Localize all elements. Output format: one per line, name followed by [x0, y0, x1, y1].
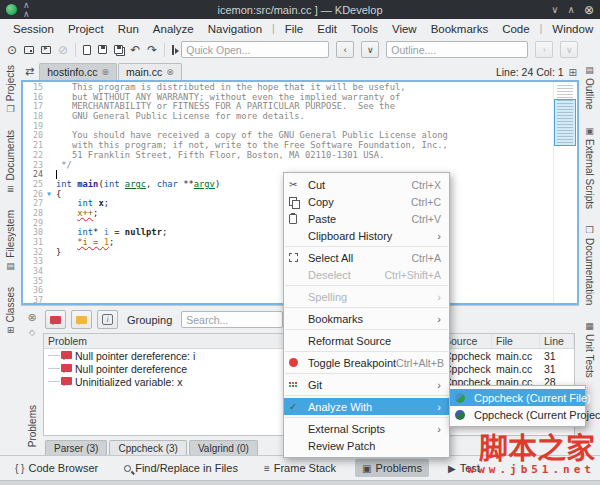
minimap-scrollbar[interactable]	[553, 82, 577, 303]
menu-tools[interactable]: Tools	[344, 23, 385, 35]
filter-hints-button[interactable]: i	[97, 310, 118, 329]
menu-view[interactable]: View	[385, 23, 424, 35]
sidebar-item-projects[interactable]: Projects❒	[5, 65, 16, 114]
menu-item-select-all[interactable]: Select AllCtrl+A	[284, 249, 449, 266]
tab-close-icon[interactable]: ⊗	[166, 67, 174, 77]
menu-separator	[285, 351, 448, 352]
statusbar-button-test[interactable]: ▶Test	[441, 459, 487, 477]
redo-icon[interactable]: ↷	[147, 44, 157, 56]
code-line[interactable]: 23 */	[23, 161, 553, 171]
code-line[interactable]: 18 GNU General Public License for more d…	[23, 112, 553, 122]
close-toolview-icon[interactable]: ⊗	[27, 311, 36, 324]
menu-analyze[interactable]: Analyze	[146, 23, 201, 35]
sidebar-item-external-scripts[interactable]: ▣External Scripts	[584, 126, 595, 209]
tab-cppcheck-3[interactable]: Cppcheck (3)	[109, 440, 186, 455]
statusbar-button-code-browser[interactable]: { }Code Browser	[8, 459, 105, 477]
menu-item-paste[interactable]: PasteCtrl+V	[284, 210, 449, 227]
tab-hostinfo-cc[interactable]: hostinfo.cc⊗	[39, 63, 117, 80]
menu-item-external-scripts[interactable]: External Scripts›	[284, 420, 449, 437]
maximize-button[interactable]: ∧	[568, 5, 575, 15]
split-view-icon[interactable]: ⊞	[569, 67, 577, 78]
sidebar-item-unit-tests[interactable]: ▦Unit Tests	[584, 321, 595, 378]
area-switcher-icon[interactable]	[24, 46, 34, 54]
nav-back-dropdown[interactable]: ∨	[361, 41, 379, 58]
minimize-button[interactable]: ∨	[551, 5, 558, 15]
menu-item-cppcheck-current-project[interactable]: Cppcheck (Current Project)	[450, 406, 585, 423]
detach-toolview-icon[interactable]: ◇	[29, 328, 35, 337]
menu-item-review-patch[interactable]: Review Patch	[284, 437, 449, 454]
menu-window[interactable]: Window	[545, 23, 600, 35]
paste-icon	[289, 214, 308, 224]
filter-warnings-button[interactable]	[71, 310, 92, 329]
menu-item-cut[interactable]: ✂CutCtrl+X	[284, 176, 449, 193]
tab-main-cc[interactable]: main.cc⊗	[118, 63, 182, 80]
tab-valgrind-0[interactable]: Valgrind (0)	[189, 440, 258, 455]
menu-edit[interactable]: Edit	[310, 23, 344, 35]
minimap-viewport[interactable]	[554, 99, 576, 146]
outline-input[interactable]	[386, 41, 528, 58]
menu-file[interactable]: File	[278, 23, 311, 35]
menu-item-bookmarks[interactable]: Bookmarks›	[284, 310, 449, 327]
tree-connector	[48, 381, 60, 382]
statusbar-button-label: Frame Stack	[274, 462, 336, 474]
quick-open-input[interactable]	[181, 41, 329, 58]
fold-marker-icon	[47, 161, 56, 171]
dock-label: Outline	[584, 78, 595, 110]
frame-stack-icon: ≡	[264, 463, 270, 474]
document-list-icon[interactable]: ⇄	[25, 65, 34, 78]
keep-above-icon[interactable]: ∧∧	[23, 1, 29, 19]
close-button[interactable]: ⊗	[584, 5, 594, 15]
menu-session[interactable]: Session	[6, 23, 61, 35]
save-all-icon[interactable]	[114, 45, 123, 54]
sidebar-item-documents[interactable]: Documents≣	[5, 130, 16, 194]
debug-area-icon[interactable]	[41, 46, 51, 54]
menu-item-git[interactable]: Git›	[284, 376, 449, 393]
fold-marker-icon	[47, 228, 56, 238]
filter-errors-button[interactable]	[45, 310, 66, 329]
grouping-label[interactable]: Grouping	[127, 314, 172, 326]
new-file-icon[interactable]	[83, 45, 91, 55]
menu-item-clipboard-history[interactable]: Clipboard History›	[284, 227, 449, 244]
paste-icon	[289, 214, 297, 224]
fold-marker-icon[interactable]: ▼	[47, 190, 56, 200]
menu-code[interactable]: Code	[495, 23, 537, 35]
fold-marker-icon	[47, 93, 56, 103]
insert-cursor-icon[interactable]	[172, 45, 174, 55]
sidebar-item-outline[interactable]: ▤Outline	[584, 65, 595, 110]
tab-label: hostinfo.cc	[47, 66, 97, 78]
menu-item-label: Bookmarks	[308, 313, 363, 325]
save-icon[interactable]	[98, 45, 107, 54]
git-icon	[289, 382, 308, 387]
menu-item-copy[interactable]: CopyCtrl+C	[284, 193, 449, 210]
execute-icon[interactable]: ⊙	[7, 44, 17, 56]
nav-back-button[interactable]: ‹	[336, 41, 354, 58]
menu-item-label: Toggle Breakpoint	[308, 357, 396, 369]
menu-item-cppcheck-current-file[interactable]: Cppcheck (Current File)	[450, 389, 585, 406]
fold-marker-icon	[47, 199, 56, 209]
menu-item-analyze-with[interactable]: ✓Analyze With›	[284, 398, 449, 415]
problems-search-input[interactable]	[181, 311, 283, 328]
problems-icon: ▣	[362, 463, 371, 474]
statusbar-button-problems[interactable]: ▣Problems	[355, 459, 429, 477]
tab-parser-3[interactable]: Parser (3)	[45, 440, 107, 455]
column-header-line[interactable]: Line	[540, 334, 574, 348]
documents-icon: ≣	[7, 184, 15, 194]
menu-run[interactable]: Run	[111, 23, 146, 35]
tab-close-icon[interactable]: ⊗	[101, 67, 109, 77]
menu-item-reformat-source[interactable]: Reformat Source	[284, 332, 449, 349]
undo-icon[interactable]: ↶	[130, 44, 140, 56]
menu-navigation[interactable]: Navigation	[201, 23, 269, 35]
menu-bookmarks[interactable]: Bookmarks	[424, 23, 496, 35]
problem-text: Null pointer dereference: i	[75, 350, 195, 362]
menu-item-toggle-breakpoint[interactable]: Toggle BreakpointCtrl+Alt+B	[284, 354, 449, 371]
sidebar-item-classes[interactable]: Classes⊞	[5, 287, 16, 336]
column-header-file[interactable]: File	[492, 334, 540, 348]
statusbar-button-frame-stack[interactable]: ≡Frame Stack	[257, 459, 343, 477]
code-line[interactable]: 22 51 Franklin Street, Fifth Floor, Bost…	[23, 151, 553, 161]
menu-item-label: Analyze With	[308, 401, 372, 413]
statusbar-button-find-replace-in-files[interactable]: Find/Replace in Files	[117, 459, 245, 477]
sidebar-item-documentation[interactable]: ❒Documentation	[584, 225, 595, 305]
sidebar-item-filesystem[interactable]: Filesystem▤	[5, 210, 16, 271]
menu-project[interactable]: Project	[61, 23, 111, 35]
code-text: */	[56, 161, 72, 171]
